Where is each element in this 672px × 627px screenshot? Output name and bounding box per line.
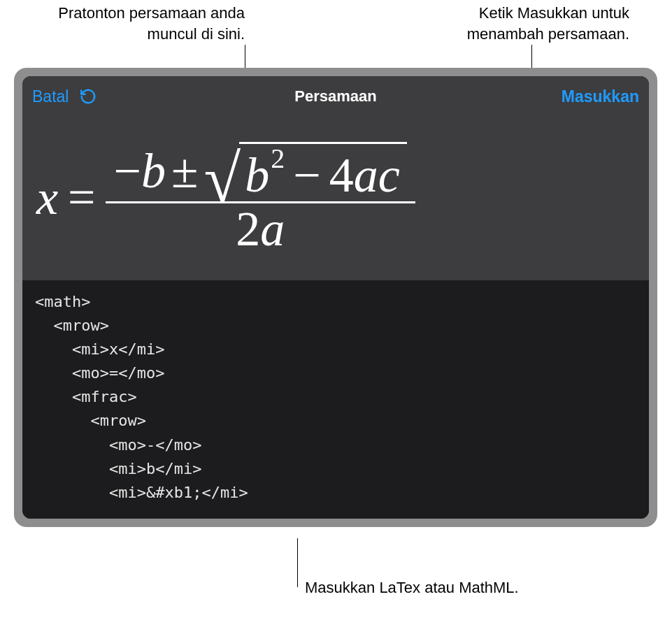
- equation-code-input[interactable]: <math> <mrow> <mi>x</mi> <mo>=</mo> <mfr…: [22, 280, 649, 519]
- dialog-header: Batal Persamaan Masukkan: [22, 76, 649, 117]
- callout-input: Masukkan LaTex atau MathML.: [305, 577, 529, 598]
- eq-fraction: − b ± √ b 2 − 4 a: [106, 140, 415, 255]
- equation-preview: x = − b ± √ b 2: [22, 117, 649, 280]
- dialog-title: Persamaan: [22, 87, 649, 106]
- eq-b: b: [141, 147, 166, 196]
- eq-rad-a: a: [354, 151, 378, 200]
- eq-minus: −: [114, 147, 141, 196]
- eq-equals: =: [58, 173, 105, 222]
- equation-dialog-wrap: Batal Persamaan Masukkan x = −: [14, 68, 657, 527]
- undo-icon[interactable]: [78, 87, 98, 106]
- callout-preview: Pratonton persamaan anda muncul di sini.: [49, 3, 245, 44]
- eq-rad-b: b: [245, 151, 269, 200]
- callout-insert: Ketik Masukkan untuk menambah persamaan.: [420, 3, 629, 44]
- cancel-button[interactable]: Batal: [32, 87, 69, 106]
- eq-sqrt: √ b 2 − 4 a c: [203, 142, 406, 200]
- radical-symbol: √: [203, 154, 241, 212]
- eq-rad-minus: −: [285, 151, 329, 200]
- eq-plusminus: ±: [166, 147, 203, 196]
- rendered-equation: x = − b ± √ b 2: [36, 140, 415, 255]
- eq-rad-c: c: [378, 151, 400, 200]
- insert-button[interactable]: Masukkan: [562, 87, 639, 106]
- eq-rad-exp: 2: [271, 145, 285, 173]
- eq-rad-4: 4: [329, 151, 354, 200]
- eq-lhs: x: [36, 173, 58, 222]
- callout-line-input: [297, 538, 298, 587]
- equation-dialog: Batal Persamaan Masukkan x = −: [22, 76, 649, 519]
- eq-den-a: a: [260, 202, 285, 256]
